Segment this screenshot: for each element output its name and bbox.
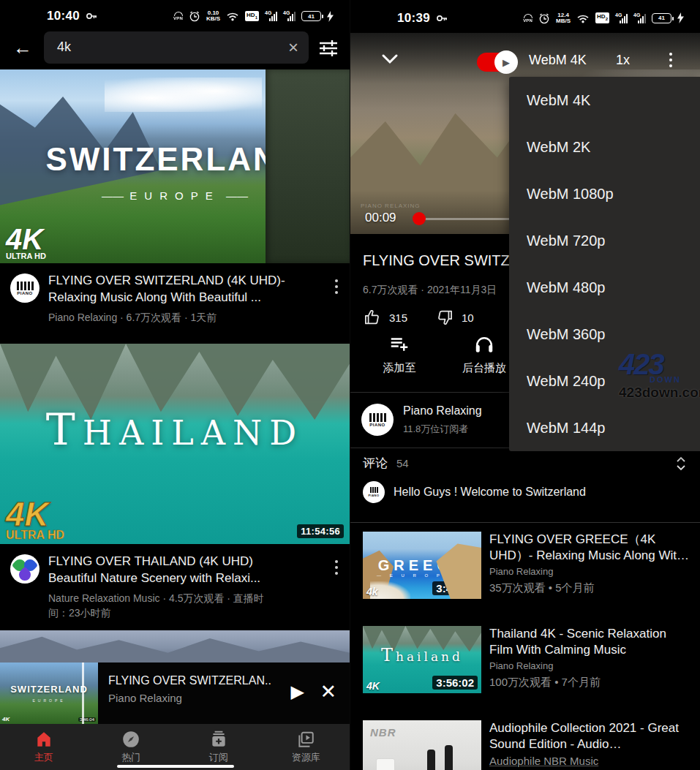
- clear-search-icon[interactable]: ×: [288, 40, 298, 55]
- top-comment[interactable]: PIANO Hello Guys ! Welcome to Switzerlan…: [350, 481, 700, 503]
- mini-player[interactable]: SWITZERLAND EUROPE 4K 3:46:04 FLYING OVE…: [0, 663, 350, 724]
- net-speed: 12.4MB/S: [556, 12, 571, 24]
- key-icon: [86, 10, 98, 22]
- nav-home[interactable]: 主页: [0, 724, 88, 770]
- battery-icon: 41: [301, 11, 321, 21]
- waterfall-art: [287, 81, 290, 252]
- duration-badge: 3:46:04: [302, 244, 344, 257]
- video-title-line2: Relaxing Music Along With Beautiful ...: [48, 289, 317, 306]
- filter-icon[interactable]: [317, 37, 339, 58]
- mini-play-button[interactable]: ▶: [291, 682, 304, 702]
- wifi-icon: [576, 13, 590, 23]
- channel-subscribers: 11.8万位订阅者: [403, 423, 468, 436]
- right-screen: 10:39 VPN 12.4MB/S HD2 4G 4G 41 ▶: [350, 0, 700, 770]
- charging-bolt-icon: [327, 11, 334, 22]
- piano-logo-icon: [369, 413, 386, 422]
- dislike-count: 10: [462, 312, 474, 324]
- player-menu-icon[interactable]: [665, 51, 677, 69]
- home-icon: [34, 730, 53, 749]
- thumb-up-icon: [363, 308, 382, 327]
- mini-close-button[interactable]: ✕: [320, 680, 336, 703]
- add-to-button[interactable]: 添加至: [359, 333, 440, 375]
- collapse-player-icon[interactable]: [380, 52, 400, 67]
- alarm-icon: [538, 12, 550, 24]
- mini-player-thumbnail[interactable]: SWITZERLAND EUROPE 4K 3:46:04: [0, 663, 98, 724]
- video-thumbnail-partial[interactable]: [0, 630, 350, 663]
- video-title-line1: FLYING OVER SWITZERLAND (4K UHD)-: [48, 272, 317, 289]
- 4k-ultra-hd-badge: 4K ULTRA HD: [6, 224, 46, 260]
- 4k-badge: 4K: [366, 680, 380, 692]
- current-time: 00:09: [365, 211, 396, 225]
- hd-codec-badge: HD1: [245, 11, 259, 22]
- more-options-icon[interactable]: [335, 279, 338, 294]
- mini-player-text[interactable]: FLYING OVER SWITZERLAN.. Piano Relaxing: [98, 663, 350, 724]
- thumb-title: THAILAND: [0, 404, 350, 455]
- channel-watermark: PIANO RELAXING: [361, 203, 421, 209]
- search-input[interactable]: 4k ×: [44, 31, 309, 64]
- progress-handle[interactable]: [413, 212, 426, 225]
- battery-icon: 41: [652, 13, 671, 23]
- video-thumbnail-thailand[interactable]: THAILAND 4K ULTRA HD 11:54:56: [0, 344, 350, 544]
- chair-art: [376, 758, 395, 770]
- autoplay-toggle[interactable]: ▶: [477, 53, 513, 72]
- related-title: Thailand 4K - Scenic Relaxation Film Wit…: [489, 626, 693, 658]
- gesture-bar[interactable]: [117, 765, 234, 768]
- channel-avatar[interactable]: PIANO: [10, 273, 39, 303]
- menu-item-webm-1080p[interactable]: WebM 1080p: [509, 170, 700, 217]
- video-thumbnail-switzerland[interactable]: SWITZERLAND —— EUROPE —— 4K ULTRA HD 3:4…: [0, 69, 350, 263]
- related-thumbnail[interactable]: NBR: [363, 720, 481, 770]
- duration-badge: 3:46:56: [432, 581, 478, 595]
- back-arrow-icon[interactable]: ←: [10, 37, 35, 58]
- like-count: 315: [389, 312, 407, 324]
- related-video-thailand[interactable]: Thailand 4K 3:56:02 Thailand 4K - Scenic…: [363, 626, 700, 693]
- dislike-button[interactable]: 10: [435, 308, 474, 327]
- playback-speed-button[interactable]: 1x: [616, 53, 630, 68]
- signal-icon-sim1: 4G: [265, 10, 277, 22]
- related-video-greece[interactable]: GREECE — E U R O P E — 4k 3:46:56 FLYING…: [363, 532, 700, 599]
- duration-badge: 3:56:02: [432, 676, 478, 690]
- mini-player-title: FLYING OVER SWITZERLAN..: [108, 674, 350, 687]
- more-options-icon[interactable]: [335, 560, 338, 575]
- signal-icon-sim1: 4G: [615, 12, 628, 24]
- channel-avatar[interactable]: PIANO: [361, 404, 394, 436]
- comments-header[interactable]: 评论 54: [350, 455, 700, 472]
- piano-logo-icon: [17, 282, 34, 290]
- menu-item-webm-720p[interactable]: WebM 720p: [509, 217, 700, 264]
- autoplay-play-icon: ▶: [494, 50, 518, 74]
- related-video-audiophile[interactable]: NBR Audiophile Collection 2021 - Great S…: [363, 720, 700, 770]
- mini-player-artist: Piano Relaxing: [108, 692, 350, 704]
- nav-library[interactable]: 资源库: [263, 724, 350, 770]
- mini-4k-badge: 4K: [2, 716, 10, 722]
- progress-bar[interactable]: [418, 218, 513, 220]
- related-channel: Piano Relaxing: [489, 660, 693, 671]
- comments-expand-icon[interactable]: [674, 456, 688, 472]
- related-thumbnail[interactable]: Thailand 4K 3:56:02: [363, 626, 481, 693]
- 4k-badge: 4k: [366, 586, 378, 597]
- search-query[interactable]: 4k: [57, 39, 288, 55]
- channel-name[interactable]: Piano Relaxing: [403, 404, 482, 418]
- video-info-switzerland[interactable]: PIANO FLYING OVER SWITZERLAND (4K UHD)- …: [0, 263, 350, 344]
- related-thumbnail[interactable]: GREECE — E U R O P E — 4k 3:46:56: [363, 532, 481, 599]
- channel-avatar[interactable]: [10, 554, 39, 584]
- left-screen: 10:40 VPN 0.10KB/S HD1 4G 4G 41 ← 4k ×: [0, 0, 350, 770]
- related-meta: 100万次观看 • 7个月前: [489, 676, 693, 690]
- signal-icon-sim2: 4G: [633, 12, 646, 24]
- search-bar: ← 4k ×: [0, 29, 350, 69]
- duration-badge: 11:54:56: [297, 524, 344, 538]
- status-bar-left: 10:40 VPN 0.10KB/S HD1 4G 4G 41: [0, 0, 350, 29]
- menu-item-webm-480p[interactable]: WebM 480p: [509, 264, 700, 311]
- nav-subscriptions[interactable]: 订阅: [175, 724, 263, 770]
- bottom-navigation: 主页 热门 订阅 资源库: [0, 724, 350, 770]
- nbr-logo: NBR: [370, 726, 396, 739]
- nav-trending[interactable]: 热门: [88, 724, 176, 770]
- related-meta: 35万次观看 • 5个月前: [489, 581, 693, 595]
- alarm-icon: [189, 10, 200, 22]
- like-button[interactable]: 315: [363, 308, 407, 327]
- video-title-line2: Beautiful Nature Scenery with Relaxi...: [48, 570, 317, 586]
- menu-item-webm-2k[interactable]: WebM 2K: [509, 124, 700, 170]
- menu-item-webm-4k[interactable]: WebM 4K: [509, 77, 700, 124]
- quality-button[interactable]: WebM 4K: [529, 53, 587, 68]
- menu-item-webm-144p[interactable]: WebM 144p: [509, 404, 700, 451]
- video-info-thailand[interactable]: FLYING OVER THAILAND (4K UHD) Beautiful …: [0, 544, 350, 630]
- net-speed: 0.10KB/S: [206, 10, 220, 22]
